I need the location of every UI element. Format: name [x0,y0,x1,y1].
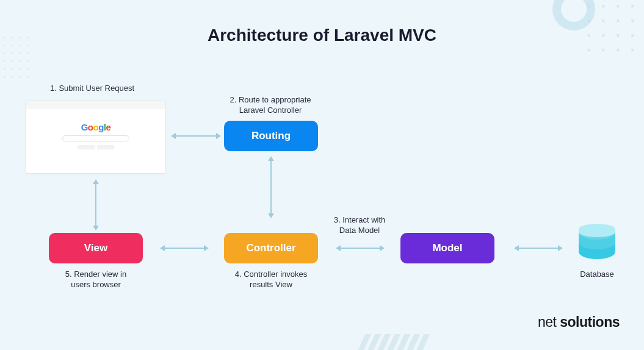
browser-screenshot: Google [26,101,166,174]
arrow-view-controller [165,248,204,249]
decorative-stripes [355,334,430,350]
arrow-model-db [519,248,558,249]
controller-box: Controller [224,233,318,263]
arrow-routing-controller [270,159,272,213]
google-logo-icon: Google [26,122,165,132]
diagram-title: Architecture of Laravel MVC [0,26,644,45]
step4-caption: 4. Controller invokesresults View [226,270,316,290]
view-box: View [49,233,143,263]
arrow-view-browser [95,183,96,226]
model-box: Model [400,233,494,263]
brand-logo: net solutions [538,314,620,330]
step3-caption: 3. Interact withData Model [326,215,393,236]
arrow-controller-model [341,248,380,249]
routing-box: Routing [224,121,318,151]
arrow-browser-routing [175,135,216,137]
database-icon [579,224,615,265]
step1-caption: 1. Submit User Request [50,84,134,94]
step2-caption: 2. Route to appropriateLaravel Controlle… [219,95,322,116]
step5-caption: 5. Render view inusers browser [61,270,131,290]
database-label: Database [579,270,615,280]
